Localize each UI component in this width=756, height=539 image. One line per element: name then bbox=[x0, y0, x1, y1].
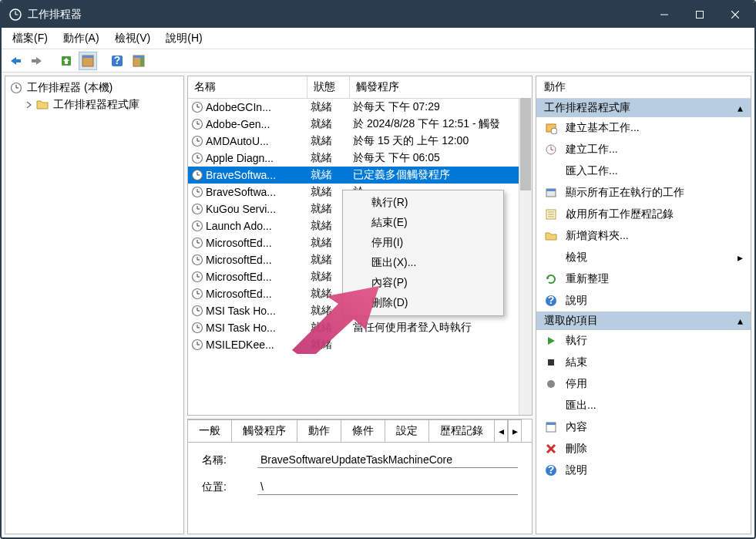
action-help2[interactable]: ? 說明 bbox=[536, 460, 751, 481]
task-row[interactable]: BraveSoftwa...就緒已定義多個觸發程序 bbox=[188, 167, 532, 184]
run-icon bbox=[544, 334, 558, 348]
menu-view[interactable]: 檢視(V) bbox=[107, 29, 159, 49]
up-button[interactable] bbox=[57, 52, 76, 70]
col-name[interactable]: 名稱 bbox=[188, 76, 307, 98]
detail-name-label: 名稱: bbox=[202, 453, 257, 467]
task-trigger: 於 2024/8/28 下午 12:51 - 觸發 bbox=[353, 117, 529, 131]
task-list: 名稱 狀態 觸發程序 AdobeGCIn...就緒於每天 下午 07:29Ado… bbox=[187, 76, 533, 416]
task-row[interactable]: Adobe-Gen...就緒於 2024/8/28 下午 12:51 - 觸發 bbox=[188, 116, 532, 133]
svg-text:?: ? bbox=[114, 55, 121, 66]
minimize-button[interactable] bbox=[647, 2, 682, 28]
tree-library-label: 工作排程器程式庫 bbox=[53, 98, 139, 112]
action-new-folder[interactable]: 新增資料夾... bbox=[536, 225, 751, 247]
task-row[interactable]: AMDAutoU...就緒於每 15 天的 上午 12:00 bbox=[188, 133, 532, 150]
vertical-scrollbar[interactable] bbox=[519, 98, 532, 415]
tab-triggers[interactable]: 觸發程序 bbox=[231, 419, 297, 442]
tree-root-label: 工作排程器 (本機) bbox=[27, 81, 113, 95]
task-status: 就緒 bbox=[311, 321, 353, 335]
pane-button[interactable] bbox=[129, 52, 148, 70]
task-name: MSI Task Ho... bbox=[206, 305, 276, 317]
delete-icon bbox=[544, 442, 558, 456]
menu-action[interactable]: 動作(A) bbox=[55, 29, 107, 49]
forward-button[interactable] bbox=[28, 52, 46, 70]
tab-history[interactable]: 歷程記錄 bbox=[428, 419, 495, 442]
ctx-export[interactable]: 匯出(X)... bbox=[345, 253, 501, 273]
svg-rect-81 bbox=[546, 423, 556, 425]
toolbar: ? bbox=[2, 49, 754, 72]
task-name: Launch Ado... bbox=[206, 220, 272, 232]
close-button[interactable] bbox=[717, 2, 753, 28]
menu-file[interactable]: 檔案(F) bbox=[5, 29, 55, 49]
task-name: BraveSoftwa... bbox=[206, 169, 276, 181]
refresh-icon bbox=[544, 272, 558, 286]
scrollbar-thumb[interactable] bbox=[520, 98, 531, 190]
task-row[interactable]: MSI Task Ho...就緒當任何使用者登入時執行 bbox=[188, 319, 532, 336]
task-name: Adobe-Gen... bbox=[206, 118, 270, 130]
action-section-selected[interactable]: 選取的項目 ▴ bbox=[536, 312, 751, 330]
maximize-button[interactable] bbox=[682, 2, 717, 28]
detail-pane: 一般 觸發程序 動作 條件 設定 歷程記錄 ◂ ▸ 名稱: BraveSoftw… bbox=[187, 419, 533, 534]
show-running-icon bbox=[544, 186, 558, 200]
help-button[interactable]: ? bbox=[108, 52, 126, 70]
expand-icon[interactable] bbox=[25, 101, 33, 109]
tab-scroll-left[interactable]: ◂ bbox=[494, 419, 508, 442]
action-disable[interactable]: 停用 bbox=[536, 373, 751, 395]
task-status: 就緒 bbox=[311, 100, 353, 114]
back-button[interactable] bbox=[6, 52, 25, 70]
action-view[interactable]: 檢視 ▸ bbox=[536, 247, 751, 268]
col-trigger[interactable]: 觸發程序 bbox=[350, 76, 532, 98]
detail-name-value[interactable]: BraveSoftwareUpdateTaskMachineCore bbox=[257, 452, 518, 468]
action-delete[interactable]: 刪除 bbox=[536, 438, 751, 460]
svg-rect-16 bbox=[140, 58, 144, 66]
action-create-task[interactable]: 建立工作... bbox=[536, 139, 751, 160]
svg-point-66 bbox=[551, 128, 557, 134]
ctx-properties[interactable]: 內容(P) bbox=[345, 273, 501, 293]
tab-scroll-right[interactable]: ▸ bbox=[508, 419, 522, 442]
action-show-running[interactable]: 顯示所有正在執行的工作 bbox=[536, 182, 751, 204]
action-import[interactable]: 匯入工作... bbox=[536, 160, 751, 182]
action-refresh[interactable]: 重新整理 bbox=[536, 268, 751, 290]
tree-pane: 工作排程器 (本機) 工作排程器程式庫 bbox=[5, 76, 184, 534]
task-row[interactable]: AdobeGCIn...就緒於每天 下午 07:29 bbox=[188, 99, 532, 116]
ctx-run[interactable]: 執行(R) bbox=[345, 193, 501, 213]
tab-general[interactable]: 一般 bbox=[188, 419, 232, 442]
task-name: KuGou Servi... bbox=[206, 203, 276, 215]
properties-button[interactable] bbox=[79, 52, 97, 70]
task-status: 就緒 bbox=[311, 151, 353, 165]
task-name: MSILEDKee... bbox=[206, 339, 274, 351]
task-name: MicrosoftEd... bbox=[206, 271, 272, 283]
ctx-delete[interactable]: 刪除(D) bbox=[345, 293, 501, 313]
titlebar-title: 工作排程器 bbox=[28, 8, 647, 22]
view-icon bbox=[544, 251, 558, 264]
action-properties[interactable]: 內容 bbox=[536, 416, 751, 438]
ctx-end[interactable]: 結束(E) bbox=[345, 213, 501, 233]
tree-library[interactable]: 工作排程器程式庫 bbox=[7, 96, 182, 113]
tab-actions[interactable]: 動作 bbox=[297, 419, 341, 442]
action-section-library[interactable]: 工作排程器程式庫 ▴ bbox=[536, 99, 751, 117]
action-end[interactable]: 結束 bbox=[536, 352, 751, 373]
menu-help[interactable]: 說明(H) bbox=[158, 29, 210, 49]
action-run[interactable]: 執行 bbox=[536, 330, 751, 352]
task-name: Apple Diagn... bbox=[206, 152, 274, 164]
action-enable-history[interactable]: 啟用所有工作歷程記錄 bbox=[536, 204, 751, 225]
task-status: 就緒 bbox=[311, 338, 353, 352]
action-help[interactable]: ? 說明 bbox=[536, 290, 751, 312]
task-trigger: 當任何使用者登入時執行 bbox=[353, 321, 529, 335]
tab-settings[interactable]: 設定 bbox=[385, 419, 429, 442]
col-status[interactable]: 狀態 bbox=[307, 76, 350, 98]
collapse-icon: ▴ bbox=[738, 102, 743, 114]
action-pane: 動作 工作排程器程式庫 ▴ 建立基本工作... 建立工作... 匯入工作... … bbox=[536, 76, 751, 534]
action-pane-title: 動作 bbox=[536, 76, 751, 99]
action-create-basic[interactable]: 建立基本工作... bbox=[536, 117, 751, 139]
help-icon: ? bbox=[544, 294, 558, 308]
tree-root[interactable]: 工作排程器 (本機) bbox=[7, 79, 182, 96]
action-export[interactable]: 匯出... bbox=[536, 395, 751, 416]
tab-conditions[interactable]: 條件 bbox=[341, 419, 385, 442]
ctx-disable[interactable]: 停用(I) bbox=[345, 233, 501, 253]
task-row[interactable]: MSILEDKee...就緒 bbox=[188, 336, 532, 353]
svg-rect-15 bbox=[133, 56, 144, 58]
task-row[interactable]: Apple Diagn...就緒於每天 下午 06:05 bbox=[188, 150, 532, 167]
enable-history-icon bbox=[544, 207, 558, 221]
help-icon: ? bbox=[544, 463, 558, 477]
svg-rect-11 bbox=[82, 56, 93, 58]
